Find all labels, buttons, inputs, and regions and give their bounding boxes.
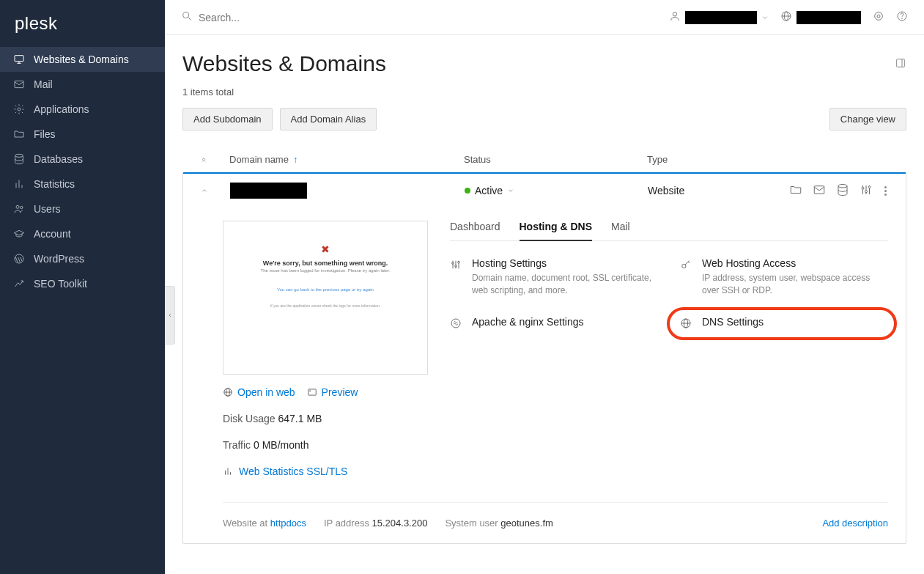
svg-point-21 — [902, 18, 903, 19]
bell-icon[interactable] — [873, 10, 884, 24]
svg-point-31 — [868, 185, 871, 188]
svg-line-13 — [188, 18, 191, 20]
status-dot-icon — [465, 188, 470, 194]
search-wrap — [181, 10, 659, 24]
subscription-redacted — [797, 11, 861, 24]
sidebar-item-label: Mail — [34, 78, 53, 90]
column-status[interactable]: Status — [464, 154, 647, 165]
users-icon — [13, 203, 25, 215]
tab-mail[interactable]: Mail — [611, 221, 630, 240]
sidebar-item-websites[interactable]: Websites & Domains — [0, 47, 165, 72]
table-header: Domain name ↑ Status Type — [182, 147, 906, 172]
sidebar-item-files[interactable]: Files — [0, 122, 165, 147]
collapse-icon[interactable] — [201, 185, 208, 196]
sidebar-item-users[interactable]: Users — [0, 196, 165, 221]
sidebar-item-label: Statistics — [34, 178, 75, 190]
web-statistics-link[interactable]: Web Statistics SSL/TLS — [223, 466, 428, 477]
sidebar-item-label: SEO Toolkit — [34, 278, 87, 290]
change-view-button[interactable]: Change view — [829, 108, 906, 130]
column-type[interactable]: Type — [647, 154, 889, 165]
sidebar-item-label: Databases — [34, 153, 83, 165]
tab-dashboard[interactable]: Dashboard — [450, 221, 500, 240]
tool-web-hosting-access[interactable]: Web Hosting Access IP address, system us… — [680, 257, 888, 297]
sidebar-item-label: WordPress — [34, 253, 84, 265]
sidebar-nav: Websites & Domains Mail Applications Fil… — [0, 47, 165, 296]
collapse-all-icon[interactable] — [200, 154, 207, 165]
database-icon[interactable] — [836, 183, 849, 199]
subscription-menu[interactable] — [780, 10, 861, 24]
user-name-redacted — [685, 11, 757, 24]
chart-icon — [13, 278, 25, 290]
search-input[interactable] — [199, 12, 345, 23]
sidebar-item-wordpress[interactable]: WordPress — [0, 246, 165, 271]
files-icon[interactable] — [789, 183, 802, 199]
svg-point-4 — [18, 108, 21, 111]
sidebar-item-label: Files — [34, 128, 56, 140]
gear-icon — [13, 103, 25, 115]
sidebar-item-applications[interactable]: Applications — [0, 97, 165, 122]
hat-icon — [13, 228, 25, 240]
settings-icon[interactable] — [860, 183, 873, 199]
monitor-icon — [13, 54, 25, 65]
domain-header: Active Website — [183, 174, 906, 207]
site-preview[interactable]: ✖ We're sorry, but something went wrong.… — [223, 221, 428, 375]
kebab-menu[interactable] — [883, 185, 888, 197]
svg-rect-22 — [897, 59, 905, 67]
sidebar-item-account[interactable]: Account — [0, 221, 165, 246]
svg-point-47 — [451, 319, 460, 328]
website-at-link[interactable]: httpdocs — [270, 518, 306, 529]
svg-point-25 — [838, 184, 847, 188]
sidebar-item-label: Users — [34, 203, 61, 215]
svg-point-43 — [455, 265, 457, 268]
topbar — [165, 0, 924, 35]
sidebar-item-label: Websites & Domains — [34, 54, 129, 65]
domain-status[interactable]: Active — [465, 185, 648, 196]
svg-point-41 — [452, 262, 454, 265]
panel-toggle-icon[interactable] — [895, 57, 906, 71]
disk-usage: Disk Usage 647.1 MB — [223, 413, 428, 424]
help-icon[interactable] — [896, 10, 908, 24]
user-menu[interactable] — [669, 10, 769, 24]
svg-point-12 — [183, 12, 189, 18]
domain-card: Active Website — [182, 172, 906, 544]
domain-name-redacted[interactable] — [230, 183, 307, 199]
items-total: 1 items total — [182, 87, 906, 97]
sidebar-item-label: Account — [34, 228, 71, 240]
tab-hosting-dns[interactable]: Hosting & DNS — [520, 221, 593, 241]
column-domain[interactable]: Domain name ↑ — [229, 154, 464, 165]
svg-rect-35 — [308, 389, 316, 395]
bars-icon — [13, 178, 25, 190]
svg-point-46 — [682, 264, 686, 268]
add-description-link[interactable]: Add description — [822, 518, 888, 529]
logo: plesk — [0, 0, 165, 47]
traffic: Traffic 0 MB/month — [223, 439, 428, 451]
search-icon — [181, 10, 193, 24]
globe-icon — [780, 10, 792, 24]
svg-rect-24 — [814, 185, 824, 194]
chevron-down-icon — [507, 185, 514, 196]
sidebar-item-seo[interactable]: SEO Toolkit — [0, 271, 165, 296]
tool-dns-settings[interactable]: DNS Settings — [680, 316, 888, 331]
sidebar-collapse-handle[interactable] — [165, 286, 175, 345]
tool-apache-nginx[interactable]: Apache & nginx Settings — [450, 316, 658, 331]
svg-point-10 — [21, 206, 23, 208]
domain-tabs: Dashboard Hosting & DNS Mail — [450, 221, 888, 241]
sidebar-item-mail[interactable]: Mail — [0, 72, 165, 97]
open-in-web-link[interactable]: Open in web — [223, 386, 295, 398]
sidebar-item-statistics[interactable]: Statistics — [0, 172, 165, 196]
domain-type: Website — [648, 185, 789, 196]
error-x-icon: ✖ — [321, 243, 330, 255]
sidebar: plesk Websites & Domains Mail Applicatio… — [0, 0, 165, 574]
add-domain-alias-button[interactable]: Add Domain Alias — [280, 108, 377, 130]
database-icon — [13, 153, 25, 165]
svg-rect-3 — [15, 81, 23, 87]
preview-link[interactable]: Preview — [307, 386, 358, 398]
tool-hosting-settings[interactable]: Hosting Settings Domain name, document r… — [450, 257, 658, 297]
server-icon — [450, 316, 463, 331]
sidebar-item-label: Applications — [34, 103, 89, 115]
sidebar-item-databases[interactable]: Databases — [0, 147, 165, 172]
mail-icon[interactable] — [813, 183, 826, 199]
sliders-icon — [450, 257, 463, 297]
svg-point-29 — [865, 190, 868, 192]
add-subdomain-button[interactable]: Add Subdomain — [182, 108, 273, 130]
